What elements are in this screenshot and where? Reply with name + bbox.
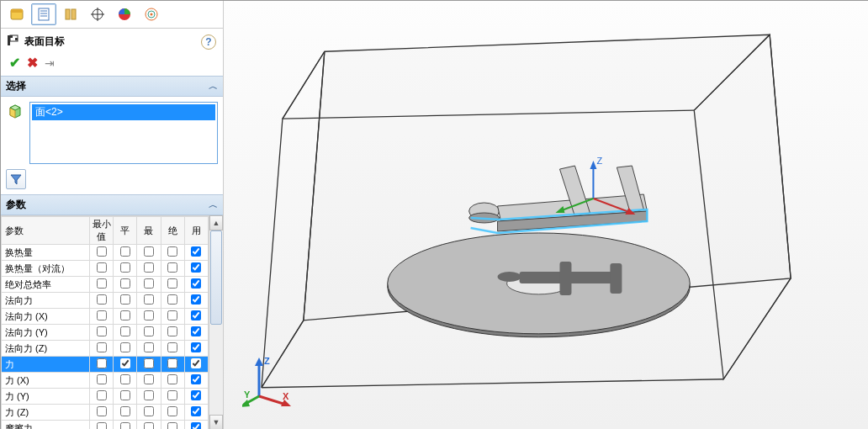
param-row[interactable]: 力 (X) <box>2 373 209 389</box>
param-checkbox[interactable] <box>144 294 154 305</box>
param-checkbox[interactable] <box>97 326 107 336</box>
param-checkbox[interactable] <box>144 326 154 336</box>
param-checkbox[interactable] <box>97 358 107 368</box>
pin-button[interactable]: ⇥ <box>45 56 55 70</box>
param-header[interactable]: 参数 <box>2 217 90 245</box>
param-checkbox[interactable] <box>120 422 130 429</box>
param-row[interactable]: 力 <box>2 357 209 373</box>
param-checkbox[interactable] <box>120 262 130 273</box>
filter-button[interactable] <box>6 169 26 189</box>
param-checkbox[interactable] <box>97 278 107 289</box>
tab-feature-tree[interactable] <box>4 3 29 25</box>
tab-config-manager[interactable] <box>58 3 83 25</box>
param-checkbox[interactable] <box>97 406 107 416</box>
view-triad[interactable]: Z X Y <box>242 352 301 411</box>
param-checkbox[interactable] <box>191 406 201 416</box>
tab-dimxpert[interactable] <box>85 3 110 25</box>
param-checkbox[interactable] <box>191 358 201 368</box>
tab-property-manager[interactable] <box>31 3 56 25</box>
param-checkbox[interactable] <box>191 422 201 429</box>
param-checkbox[interactable] <box>167 374 177 384</box>
param-checkbox[interactable] <box>167 422 177 429</box>
param-checkbox[interactable] <box>97 342 107 352</box>
scroll-thumb[interactable] <box>210 230 222 325</box>
param-row[interactable]: 换热量 <box>2 245 209 261</box>
param-checkbox[interactable] <box>191 246 201 257</box>
param-checkbox[interactable] <box>144 262 154 273</box>
param-row[interactable]: 法向力 (X) <box>2 309 209 325</box>
scroll-up-button[interactable]: ▲ <box>209 215 223 230</box>
param-checkbox[interactable] <box>167 406 177 416</box>
param-checkbox[interactable] <box>97 390 107 400</box>
param-checkbox[interactable] <box>144 358 154 368</box>
param-checkbox[interactable] <box>144 342 154 352</box>
param-checkbox[interactable] <box>120 374 130 384</box>
param-checkbox[interactable] <box>191 326 201 336</box>
param-checkbox[interactable] <box>120 326 130 336</box>
param-checkbox[interactable] <box>120 278 130 289</box>
ok-button[interactable]: ✔ <box>9 55 20 71</box>
param-row[interactable]: 法向力 (Z) <box>2 341 209 357</box>
help-button[interactable]: ? <box>201 34 216 50</box>
scroll-down-button[interactable]: ▼ <box>209 415 223 429</box>
param-checkbox[interactable] <box>191 262 201 273</box>
param-header[interactable]: 最小值 <box>90 217 114 245</box>
tab-flow-sim[interactable] <box>139 3 164 25</box>
param-checkbox[interactable] <box>120 390 130 400</box>
params-scrollbar[interactable]: ▲ ▼ <box>209 215 223 429</box>
param-checkbox[interactable] <box>167 326 177 336</box>
section-select-header[interactable]: 选择 ︿ <box>1 76 223 97</box>
param-checkbox[interactable] <box>167 262 177 273</box>
face-select-icon[interactable] <box>6 102 24 120</box>
param-row[interactable]: 绝对总焓率 <box>2 277 209 293</box>
param-checkbox[interactable] <box>167 278 177 289</box>
param-row[interactable]: 法向力 <box>2 293 209 309</box>
param-header[interactable]: 最 <box>137 217 161 245</box>
param-checkbox[interactable] <box>191 310 201 320</box>
param-header[interactable]: 绝 <box>161 217 184 245</box>
params-table[interactable]: 参数最小值平最绝用 换热量换热量（对流）绝对总焓率法向力法向力 (X)法向力 (… <box>1 216 209 429</box>
3d-viewport[interactable]: Z Z X Y <box>224 1 868 429</box>
param-checkbox[interactable] <box>97 294 107 305</box>
param-checkbox[interactable] <box>120 246 130 257</box>
param-checkbox[interactable] <box>120 342 130 352</box>
param-checkbox[interactable] <box>144 374 154 384</box>
param-header[interactable]: 平 <box>114 217 137 245</box>
param-checkbox[interactable] <box>144 278 154 289</box>
param-checkbox[interactable] <box>97 422 107 429</box>
param-row[interactable]: 换热量（对流） <box>2 261 209 277</box>
param-checkbox[interactable] <box>97 310 107 320</box>
param-checkbox[interactable] <box>120 358 130 368</box>
param-checkbox[interactable] <box>191 390 201 400</box>
param-checkbox[interactable] <box>97 246 107 257</box>
param-checkbox[interactable] <box>144 406 154 416</box>
selection-item[interactable]: 面<2> <box>32 104 215 120</box>
param-row[interactable]: 摩擦力 <box>2 421 209 430</box>
param-checkbox[interactable] <box>167 310 177 320</box>
param-checkbox[interactable] <box>167 358 177 368</box>
param-checkbox[interactable] <box>120 406 130 416</box>
selection-list[interactable]: 面<2> <box>29 102 218 164</box>
param-checkbox[interactable] <box>120 294 130 305</box>
param-row[interactable]: 力 (Y) <box>2 389 209 405</box>
param-checkbox[interactable] <box>191 342 201 352</box>
param-header[interactable]: 用 <box>184 217 208 245</box>
param-checkbox[interactable] <box>97 374 107 384</box>
param-checkbox[interactable] <box>144 310 154 320</box>
param-checkbox[interactable] <box>144 246 154 257</box>
tab-display-manager[interactable] <box>112 3 137 25</box>
cancel-button[interactable]: ✖ <box>27 55 38 71</box>
param-checkbox[interactable] <box>191 278 201 289</box>
param-checkbox[interactable] <box>167 342 177 352</box>
param-checkbox[interactable] <box>97 262 107 273</box>
param-checkbox[interactable] <box>191 294 201 305</box>
param-checkbox[interactable] <box>144 422 154 429</box>
param-checkbox[interactable] <box>144 390 154 400</box>
param-checkbox[interactable] <box>191 374 201 384</box>
param-checkbox[interactable] <box>120 310 130 320</box>
param-checkbox[interactable] <box>167 390 177 400</box>
param-row[interactable]: 法向力 (Y) <box>2 325 209 341</box>
param-row[interactable]: 力 (Z) <box>2 405 209 421</box>
section-params-header[interactable]: 参数 ︿ <box>1 194 223 215</box>
param-checkbox[interactable] <box>167 246 177 257</box>
